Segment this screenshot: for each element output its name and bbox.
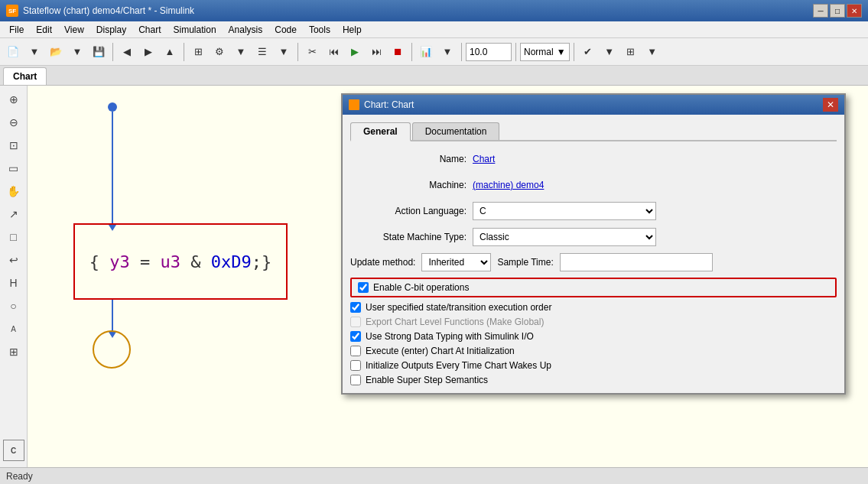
execute-init-label: Execute (enter) Chart At Initialization [366,346,515,356]
menu-help[interactable]: Help [336,23,368,37]
action-language-label: Action Language: [350,206,473,216]
zoom-in-button[interactable]: ⊕ [3,89,24,110]
super-step-label: Enable Super Step Semantics [366,375,488,385]
separator-3 [297,43,298,61]
strong-typing-row: Use Strong Data Typing with Simulink I/O [350,331,837,342]
state-box[interactable]: { y3 = u3 & 0xD9;} [73,223,288,300]
tab-general[interactable]: General [350,122,411,141]
init-outputs-checkbox[interactable] [350,360,361,371]
check-button[interactable]: ✔ [578,42,598,62]
dropdown-check[interactable]: ▼ [600,42,619,62]
user-specified-label: User specified state/transition executio… [366,302,551,313]
mode-dropdown[interactable]: Normal ▼ [520,43,570,61]
save-button[interactable]: 💾 [89,42,109,62]
hand-tool[interactable]: ✋ [3,180,24,202]
zoom-out-button[interactable]: ⊖ [3,112,24,133]
arrow-tool[interactable]: ↗ [3,203,24,225]
menu-display[interactable]: Display [90,23,132,37]
dropdown-scope[interactable]: ▼ [437,42,457,62]
rewind-button[interactable]: ⏮ [323,42,343,62]
mode-value: Normal [524,47,554,57]
menu-chart[interactable]: Chart [132,23,167,37]
list-button[interactable]: ☰ [252,42,272,62]
separator-4 [411,43,412,61]
menu-simulation[interactable]: Simulation [167,23,223,37]
text-tool[interactable]: A [3,318,24,339]
chart-tab[interactable]: Chart [3,67,47,85]
circle-state[interactable] [93,330,131,369]
close-button[interactable]: ✕ [847,4,862,18]
dialog-title-bar: Chart: Chart ✕ [343,95,844,115]
menu-tools[interactable]: Tools [303,23,336,37]
scope-button[interactable]: 📊 [416,42,436,62]
sample-time-input[interactable] [560,253,713,271]
app-icon: SF [6,5,18,17]
update-method-select[interactable]: Inherited Discrete Continuous [421,253,491,271]
state-machine-type-select[interactable]: Classic Mealy Moore [473,228,656,246]
dialog-close-button[interactable]: ✕ [823,98,838,112]
dropdown-settings[interactable]: ▼ [231,42,251,62]
model-browser[interactable]: ⊞ [188,42,208,62]
window-title: Stateflow (chart) demo4/Chart * - Simuli… [23,5,194,16]
state-tool[interactable]: □ [3,226,24,248]
dropdown-new[interactable]: ▼ [24,42,44,62]
action-language-select[interactable]: C MATLAB [473,202,656,220]
menu-code[interactable]: Code [268,23,303,37]
name-row: Name: Chart [350,149,837,169]
enable-cbit-checkbox[interactable] [358,282,369,293]
transition-tool[interactable]: ↩ [3,249,24,271]
title-bar: SF Stateflow (chart) demo4/Chart * - Sim… [0,0,868,21]
menu-file[interactable]: File [3,23,30,37]
back-button[interactable]: ◀ [117,42,137,62]
name-value[interactable]: Chart [473,154,495,164]
user-specified-checkbox[interactable] [350,302,361,313]
table-tool[interactable]: ⊞ [3,341,24,362]
name-label: Name: [350,154,473,164]
initial-dot [108,102,117,112]
super-step-checkbox[interactable] [350,375,361,385]
new-button[interactable]: 📄 [3,42,23,62]
c-icon-button[interactable]: C [3,440,24,461]
maximize-button[interactable]: □ [830,4,845,18]
menu-bar: File Edit View Display Chart Simulation … [0,21,868,38]
export-chart-row: Export Chart Level Functions (Make Globa… [350,317,837,327]
separator-5 [461,43,462,61]
junction-tool[interactable]: ○ [3,295,24,317]
minimize-button[interactable]: ─ [813,4,828,18]
export-chart-checkbox[interactable] [350,317,361,327]
rect-select[interactable]: ▭ [3,158,24,179]
tab-documentation[interactable]: Documentation [412,122,500,140]
dialog-title: Chart: Chart [364,99,414,110]
cut-button[interactable]: ✂ [302,42,322,62]
status-bar: Ready [0,467,868,484]
step-button[interactable]: ⏭ [366,42,386,62]
state-machine-type-row: State Machine Type: Classic Mealy Moore [350,227,837,247]
sim-time-input[interactable] [466,43,512,61]
history-tool[interactable]: H [3,272,24,294]
up-button[interactable]: ▲ [160,42,180,62]
arrow-line-1 [112,112,113,226]
fit-button[interactable]: ⊡ [3,135,24,156]
dropdown-grid[interactable]: ▼ [642,42,662,62]
menu-analysis[interactable]: Analysis [223,23,269,37]
machine-value[interactable]: (machine) demo4 [473,180,544,190]
stop-button[interactable]: ⏹ [388,42,408,62]
execute-init-checkbox[interactable] [350,346,361,356]
menu-view[interactable]: View [58,23,90,37]
dropdown-open[interactable]: ▼ [67,42,87,62]
open-button[interactable]: 📂 [46,42,66,62]
strong-typing-label: Use Strong Data Typing with Simulink I/O [366,331,534,342]
menu-edit[interactable]: Edit [30,23,58,37]
separator-7 [574,43,574,61]
settings-button[interactable]: ⚙ [210,42,229,62]
machine-label: Machine: [350,180,473,190]
play-button[interactable]: ▶ [345,42,365,62]
status-text: Ready [6,471,33,482]
dropdown-list[interactable]: ▼ [274,42,294,62]
strong-typing-checkbox[interactable] [350,331,361,342]
sample-time-label: Sample Time: [497,257,553,268]
forward-button[interactable]: ▶ [138,42,158,62]
chart-properties-dialog[interactable]: Chart: Chart ✕ General Documentation [341,93,846,395]
separator-1 [112,43,113,61]
grid-button[interactable]: ⊞ [621,42,641,62]
